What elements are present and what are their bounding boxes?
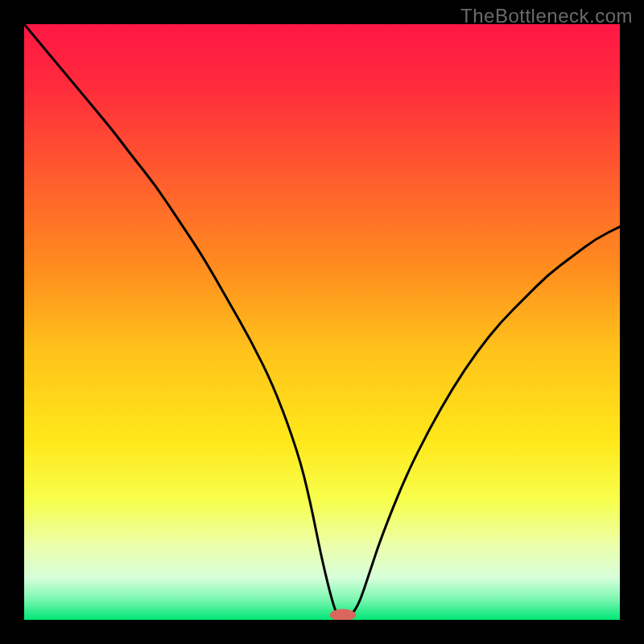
chart-svg xyxy=(24,24,620,620)
plot-area xyxy=(24,24,620,620)
chart-frame: TheBottleneck.com xyxy=(0,0,644,644)
watermark-text: TheBottleneck.com xyxy=(460,5,633,27)
gradient-background xyxy=(24,24,620,620)
